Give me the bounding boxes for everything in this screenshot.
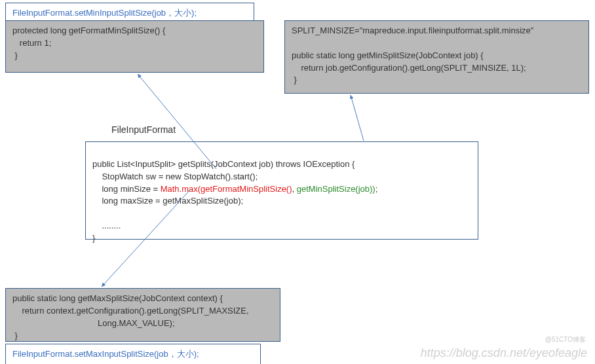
class-label: FileInputFormat <box>111 124 176 135</box>
code-close: } <box>92 233 95 243</box>
code-line: long maxSize = getMaxSplitSize(job); <box>92 196 243 206</box>
getminsplitsize-call: getMinSplitSize(job)) <box>297 184 375 194</box>
watermark-secondary: @51CTO博客 <box>545 335 586 344</box>
caption-setmaxinputsplitsize: FileInputFormat.setMaxInputSplitSize(job… <box>5 344 261 364</box>
code-line: StopWatch sw = new StopWatch().start(); <box>92 172 258 181</box>
watermark-main: https://blog.csdn.net/eyeofeagle <box>421 346 587 360</box>
code-box-getmaxsplitsize: public static long getMaxSplitSize(JobCo… <box>5 288 280 342</box>
code-line: long minSize = Math.max(getFormatMinSpli… <box>92 184 377 194</box>
code-box-getminsplitsize: SPLIT_MINSIZE="mapreduce.input.fileinput… <box>284 20 589 94</box>
code-line: public List<InputSplit> getSplits(JobCon… <box>92 159 355 169</box>
math-max-call: Math.max(getFormatMinSplitSize() <box>161 184 292 194</box>
code-box-getformatminsplitsize: protected long getFormatMinSplitSize() {… <box>5 20 264 73</box>
code-box-getsplits: public List<InputSplit> getSplits(JobCon… <box>85 141 478 240</box>
code-dots: ........ <box>92 221 121 230</box>
svg-line-1 <box>351 95 364 141</box>
